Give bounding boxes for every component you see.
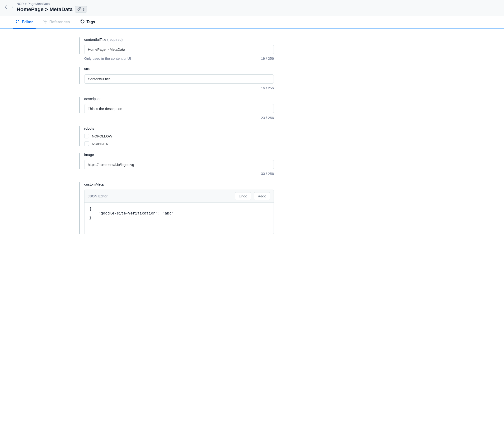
- field-label: title: [84, 67, 274, 71]
- char-counter: 30 / 256: [261, 172, 274, 176]
- field-label: description: [84, 97, 274, 101]
- field-title: title 16 / 256: [79, 67, 274, 90]
- editor-tab-icon: [16, 19, 20, 25]
- field-label: image: [84, 153, 274, 157]
- checkbox[interactable]: [84, 134, 89, 138]
- field-helper-text: Only used in the contentful UI: [84, 56, 131, 60]
- char-counter: 19 / 256: [261, 56, 274, 60]
- field-robots: robots NOFOLLOW NOINDEX: [79, 126, 274, 146]
- contentful-title-input[interactable]: [84, 45, 274, 54]
- page-title: HomePage > MetaData: [17, 6, 73, 13]
- svg-rect-2: [18, 20, 19, 21]
- tab-label: Editor: [22, 20, 33, 24]
- tags-tab-icon: [80, 19, 85, 25]
- link-icon: [77, 7, 81, 12]
- references-tab-icon: [43, 19, 47, 25]
- checkbox-label: NOFOLLOW: [92, 134, 112, 138]
- svg-point-7: [81, 20, 82, 21]
- checkbox-label: NOINDEX: [92, 142, 108, 146]
- checkbox[interactable]: [84, 141, 89, 146]
- char-counter: 23 / 256: [261, 116, 274, 120]
- svg-rect-5: [46, 20, 47, 21]
- json-editor-body[interactable]: { "google-site-verification": "abc" }: [85, 203, 273, 234]
- robots-option-noindex[interactable]: NOINDEX: [84, 141, 274, 146]
- field-label: customMeta: [84, 182, 274, 186]
- svg-rect-6: [45, 22, 46, 23]
- tab-editor[interactable]: Editor: [16, 16, 33, 28]
- field-label: robots: [84, 126, 274, 130]
- field-label: contentfulTitle: [84, 37, 106, 41]
- svg-rect-1: [16, 20, 17, 21]
- field-image: image 30 / 256: [79, 153, 274, 176]
- references-count: 3: [83, 8, 85, 11]
- field-contentful-title: contentfulTitle (required) Only used in …: [79, 37, 274, 60]
- breadcrumb[interactable]: NCR > PageMetaData: [17, 2, 87, 6]
- description-input[interactable]: [84, 104, 274, 113]
- tab-label: References: [49, 20, 70, 24]
- back-arrow-icon[interactable]: [4, 5, 9, 10]
- field-custom-meta: customMeta JSON Editor Undo Redo { "goog…: [79, 182, 274, 234]
- title-input[interactable]: [84, 74, 274, 84]
- tab-tags[interactable]: Tags: [80, 16, 95, 28]
- page-header: / NCR > PageMetaData HomePage > MetaData…: [0, 0, 504, 16]
- required-suffix: (required): [107, 37, 123, 41]
- svg-rect-3: [16, 22, 17, 23]
- undo-button[interactable]: Undo: [235, 192, 251, 200]
- robots-option-nofollow[interactable]: NOFOLLOW: [84, 134, 274, 138]
- char-counter: 16 / 256: [261, 86, 274, 90]
- tab-label: Tags: [87, 20, 95, 24]
- field-description: description 23 / 256: [79, 97, 274, 120]
- json-editor-title: JSON Editor: [88, 194, 108, 198]
- image-input[interactable]: [84, 160, 274, 169]
- references-count-badge[interactable]: 3: [75, 6, 87, 13]
- redo-button[interactable]: Redo: [254, 192, 270, 200]
- entry-tabs: Editor References Tags: [0, 16, 504, 29]
- breadcrumb-separator-icon: /: [12, 5, 13, 8]
- svg-rect-4: [44, 20, 45, 21]
- tab-references[interactable]: References: [43, 16, 70, 28]
